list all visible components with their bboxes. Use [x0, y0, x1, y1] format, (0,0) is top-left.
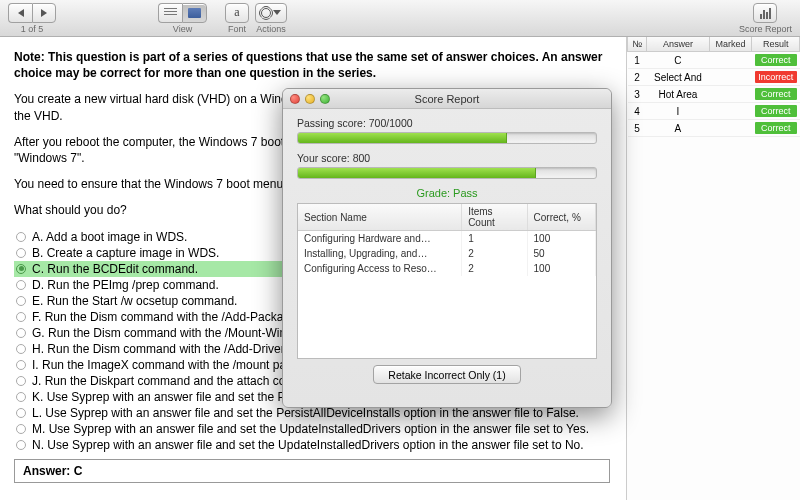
passing-score-label: Passing score: 700/1000 — [297, 117, 597, 129]
chevron-left-icon — [18, 9, 24, 17]
table-row[interactable]: 4ICorrect — [628, 103, 800, 120]
chevron-right-icon — [41, 9, 47, 17]
score-sidebar: № Answer Marked Result 1CCorrect2Select … — [626, 37, 800, 500]
font-label: Font — [228, 24, 246, 34]
score-report-group: Score Report — [739, 3, 792, 34]
radio-icon — [16, 376, 26, 386]
window-controls — [290, 94, 330, 104]
actions-button[interactable] — [255, 3, 287, 23]
view-group: View — [158, 3, 207, 34]
option-label: E. Run the Start /w ocsetup command. — [32, 294, 237, 308]
radio-icon — [16, 296, 26, 306]
option-label: A. Add a boot image in WDS. — [32, 230, 187, 244]
passing-score-bar — [297, 132, 597, 144]
question-note: Note: This question is part of a series … — [14, 49, 610, 81]
score-table: № Answer Marked Result 1CCorrect2Select … — [627, 37, 800, 137]
col-section[interactable]: Section Name — [298, 204, 462, 231]
table-row[interactable]: 2Select AndIncorrect — [628, 69, 800, 86]
table-row: Configuring Hardware and…1100 — [298, 231, 596, 247]
list-view-icon — [164, 8, 177, 17]
answer-box: Answer: C — [14, 459, 610, 483]
col-answer[interactable]: Answer — [647, 37, 709, 52]
radio-icon — [16, 280, 26, 290]
option-label: N. Use Syprep with an answer file and se… — [32, 438, 584, 452]
next-button[interactable] — [32, 3, 56, 23]
score-report-modal: Score Report Passing score: 700/1000 You… — [282, 88, 612, 408]
option-label: H. Run the Dism command with the /Add-Dr… — [32, 342, 324, 356]
minimize-icon[interactable] — [305, 94, 315, 104]
bar-chart-icon — [760, 7, 771, 19]
radio-icon — [16, 248, 26, 258]
grade-label: Grade: Pass — [297, 187, 597, 199]
table-row[interactable]: 1CCorrect — [628, 52, 800, 69]
option-label: D. Run the PEImg /prep command. — [32, 278, 219, 292]
radio-icon — [16, 440, 26, 450]
answer-option[interactable]: N. Use Syprep with an answer file and se… — [14, 437, 610, 453]
radio-icon — [16, 312, 26, 322]
nav-counter: 1 of 5 — [21, 24, 44, 34]
font-group: a Font — [225, 3, 249, 34]
your-score-bar — [297, 167, 597, 179]
actions-label: Actions — [256, 24, 286, 34]
radio-icon — [16, 264, 26, 274]
col-n[interactable]: № — [628, 37, 647, 52]
grid-view-icon — [188, 8, 201, 18]
table-row: Configuring Access to Reso…2100 — [298, 261, 596, 276]
actions-group: Actions — [255, 3, 287, 34]
option-label: B. Create a capture image in WDS. — [32, 246, 219, 260]
table-row: Installing, Upgrading, and…250 — [298, 246, 596, 261]
sections-table: Section Name Items Count Correct, % Conf… — [297, 203, 597, 359]
your-score-label: Your score: 800 — [297, 152, 597, 164]
radio-icon — [16, 360, 26, 370]
view-list-button[interactable] — [158, 3, 182, 23]
radio-icon — [16, 232, 26, 242]
radio-icon — [16, 408, 26, 418]
chevron-down-icon — [273, 10, 281, 15]
col-marked[interactable]: Marked — [709, 37, 752, 52]
col-result[interactable]: Result — [752, 37, 800, 52]
radio-icon — [16, 424, 26, 434]
gear-icon — [261, 8, 271, 18]
nav-group: 1 of 5 — [8, 3, 56, 34]
view-label: View — [173, 24, 192, 34]
answer-option[interactable]: M. Use Syprep with an answer file and se… — [14, 421, 610, 437]
modal-body: Passing score: 700/1000 Your score: 800 … — [283, 109, 611, 392]
radio-icon — [16, 392, 26, 402]
score-report-button[interactable] — [753, 3, 777, 23]
radio-icon — [16, 344, 26, 354]
table-row[interactable]: 5ACorrect — [628, 120, 800, 137]
col-correct[interactable]: Correct, % — [527, 204, 595, 231]
option-label: C. Run the BCDEdit command. — [32, 262, 198, 276]
radio-icon — [16, 328, 26, 338]
prev-button[interactable] — [8, 3, 32, 23]
modal-title: Score Report — [283, 93, 611, 105]
col-items[interactable]: Items Count — [462, 204, 527, 231]
zoom-icon[interactable] — [320, 94, 330, 104]
toolbar: 1 of 5 View a Font Actions Score Report — [0, 0, 800, 37]
score-report-label: Score Report — [739, 24, 792, 34]
view-grid-button[interactable] — [182, 3, 207, 23]
font-button[interactable]: a — [225, 3, 249, 23]
option-label: M. Use Syprep with an answer file and se… — [32, 422, 589, 436]
modal-titlebar[interactable]: Score Report — [283, 89, 611, 109]
close-icon[interactable] — [290, 94, 300, 104]
table-row[interactable]: 3Hot AreaCorrect — [628, 86, 800, 103]
retake-incorrect-button[interactable]: Retake Incorrect Only (1) — [373, 365, 520, 384]
